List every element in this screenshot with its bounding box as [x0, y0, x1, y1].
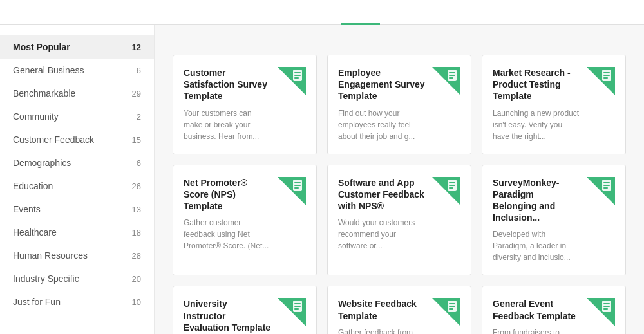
sidebar-item-label: Benchmarkable — [13, 88, 75, 98]
template-card-title: Customer Satisfaction Survey Template — [184, 67, 271, 102]
svg-rect-23 — [449, 185, 455, 186]
template-card-university-instructor[interactable]: University Instructor Evaluation Templat… — [173, 286, 317, 334]
sidebar-item-just-for-fun[interactable]: Just for Fun10 — [0, 290, 154, 313]
svg-rect-14 — [603, 77, 608, 79]
svg-rect-8 — [449, 75, 455, 76]
template-card-icon — [278, 298, 306, 326]
sidebar-item-label: Demographics — [13, 158, 71, 168]
template-card-title: Software and App Customer Feedback with … — [338, 177, 426, 212]
svg-rect-34 — [294, 308, 299, 310]
template-card-website-feedback[interactable]: Website Feedback Template Gather feedbac… — [327, 286, 471, 334]
svg-rect-12 — [603, 72, 610, 73]
sidebar-item-label: Education — [13, 181, 53, 191]
template-card-market-research[interactable]: Market Research - Product Testing Templa… — [482, 55, 626, 154]
template-card-customer-satisfaction[interactable]: Customer Satisfaction Survey Template Yo… — [173, 55, 317, 154]
sidebar-item-count: 12 — [132, 42, 141, 52]
svg-rect-43 — [603, 306, 610, 307]
svg-rect-17 — [294, 182, 301, 183]
sidebar-item-label: Events — [13, 204, 41, 214]
sidebar-item-demographics[interactable]: Demographics6 — [0, 151, 154, 174]
sidebar-item-count: 29 — [132, 89, 141, 98]
template-card-text: University Instructor Evaluation Templat… — [184, 298, 271, 334]
svg-rect-44 — [603, 308, 608, 310]
sidebar-item-label: Human Resources — [13, 250, 88, 261]
svg-rect-7 — [449, 72, 455, 73]
template-card-title: Website Feedback Template — [338, 298, 426, 321]
svg-rect-13 — [603, 75, 610, 76]
svg-rect-9 — [449, 77, 453, 79]
template-card-icon — [587, 298, 615, 326]
template-card-desc: Gather customer feedback using Net Promo… — [184, 217, 271, 252]
template-card-desc: Would your customers recommend your soft… — [338, 217, 426, 252]
sidebar-item-label: Most Popular — [13, 42, 70, 52]
template-card-nps[interactable]: Net Promoter® Score (NPS) Template Gathe… — [173, 165, 317, 276]
top-navigation — [0, 0, 644, 25]
sidebar-item-benchmarkable[interactable]: Benchmarkable29 — [0, 82, 154, 105]
template-card-icon — [432, 298, 460, 326]
sidebar-item-count: 2 — [137, 112, 141, 122]
sidebar-item-label: Just for Fun — [13, 297, 61, 307]
template-card-title: Employee Engagement Survey Template — [338, 67, 426, 102]
template-grid: Customer Satisfaction Survey Template Yo… — [173, 55, 626, 334]
svg-rect-42 — [603, 303, 610, 304]
template-card-belonging-inclusion[interactable]: SurveyMonkey-Paradigm Belonging and Incl… — [482, 165, 626, 276]
tab-most-popular[interactable] — [264, 0, 303, 25]
template-card-title: University Instructor Evaluation Templat… — [184, 298, 271, 333]
sidebar-item-human-resources[interactable]: Human Resources28 — [0, 244, 154, 267]
svg-rect-2 — [294, 72, 301, 73]
sidebar-item-education[interactable]: Education26 — [0, 174, 154, 198]
sidebar-item-count: 10 — [132, 297, 141, 307]
sidebar-item-customer-feedback[interactable]: Customer Feedback15 — [0, 128, 154, 151]
sidebar-item-count: 28 — [132, 251, 141, 261]
template-card-desc: From fundraisers to concerts, find out w… — [493, 327, 580, 334]
template-card-text: Website Feedback Template Gather feedbac… — [338, 298, 426, 334]
svg-rect-22 — [449, 182, 455, 183]
sidebar-item-count: 6 — [137, 158, 141, 168]
svg-rect-24 — [449, 187, 453, 189]
svg-rect-4 — [294, 77, 299, 79]
template-card-desc: Find out how your employees really feel … — [338, 107, 426, 142]
template-card-title: General Event Feedback Template — [493, 298, 580, 321]
template-card-title: SurveyMonkey-Paradigm Belonging and Incl… — [493, 177, 580, 224]
sidebar-item-label: Customer Feedback — [13, 135, 94, 145]
template-card-software-feedback[interactable]: Software and App Customer Feedback with … — [327, 165, 471, 276]
template-card-text: General Event Feedback Template From fun… — [493, 298, 580, 334]
svg-rect-33 — [294, 306, 301, 307]
template-card-text: SurveyMonkey-Paradigm Belonging and Incl… — [493, 177, 580, 264]
svg-rect-39 — [449, 308, 453, 310]
template-card-employee-engagement[interactable]: Employee Engagement Survey Template Find… — [327, 55, 471, 154]
template-card-icon — [587, 67, 615, 95]
template-card-title: Net Promoter® Score (NPS) Template — [184, 177, 271, 212]
sidebar-item-count: 20 — [132, 274, 141, 284]
svg-rect-29 — [603, 187, 608, 189]
template-card-desc: Launching a new product isn't easy. Veri… — [493, 107, 580, 142]
tab-all-templates[interactable] — [341, 0, 380, 25]
template-card-desc: Gather feedback from website visitors to… — [338, 327, 426, 334]
sidebar-item-industry-specific[interactable]: Industry Specific20 — [0, 267, 154, 290]
template-card-text: Market Research - Product Testing Templa… — [493, 67, 580, 142]
template-card-desc: Developed with Paradigm, a leader in div… — [493, 228, 580, 263]
sidebar-item-label: Healthcare — [13, 227, 57, 237]
content-area: Customer Satisfaction Survey Template Yo… — [155, 25, 644, 334]
sidebar-item-general-business[interactable]: General Business6 — [0, 59, 154, 82]
svg-rect-18 — [294, 185, 301, 186]
tab-my-surveys[interactable] — [303, 0, 341, 25]
sidebar-item-count: 26 — [132, 181, 141, 191]
template-card-general-event[interactable]: General Event Feedback Template From fun… — [482, 286, 626, 334]
sidebar-item-count: 6 — [137, 66, 141, 75]
template-card-icon — [587, 177, 615, 205]
sidebar-item-community[interactable]: Community2 — [0, 105, 154, 128]
svg-rect-19 — [294, 187, 299, 189]
sidebar-item-events[interactable]: Events13 — [0, 198, 154, 221]
sidebar-item-count: 13 — [132, 205, 141, 214]
sidebar-item-most-popular[interactable]: Most Popular12 — [0, 35, 154, 59]
svg-rect-28 — [603, 185, 610, 186]
template-card-icon — [278, 177, 306, 205]
template-card-icon — [432, 67, 460, 95]
svg-rect-27 — [603, 182, 610, 183]
main-layout: Most Popular12General Business6Benchmark… — [0, 25, 644, 334]
template-card-text: Software and App Customer Feedback with … — [338, 177, 426, 252]
template-card-text: Net Promoter® Score (NPS) Template Gathe… — [184, 177, 271, 252]
sidebar-item-healthcare[interactable]: Healthcare18 — [0, 221, 154, 244]
sidebar-item-label: Community — [13, 111, 59, 122]
